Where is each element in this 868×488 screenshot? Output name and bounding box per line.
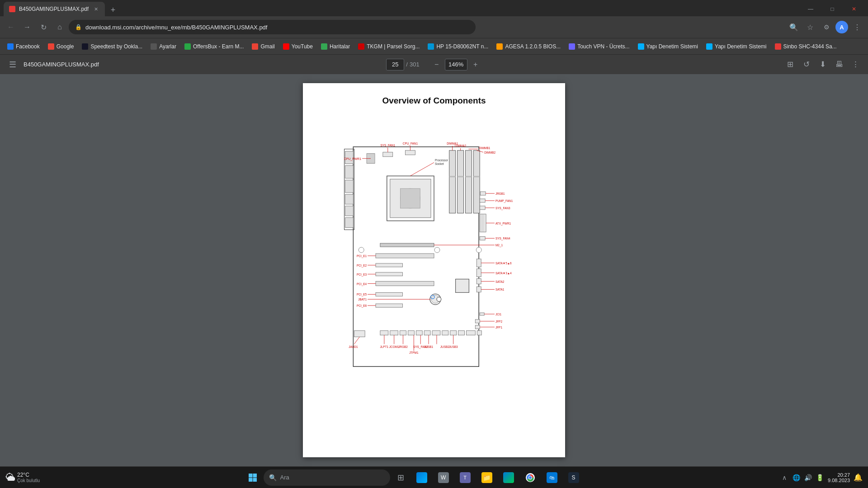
svg-text:JFP2: JFP2 — [495, 320, 502, 323]
refresh-button[interactable]: ↻ — [36, 20, 51, 34]
svg-text:PCI_E6: PCI_E6 — [357, 304, 367, 308]
taskbar-app-widget[interactable]: W — [434, 468, 453, 488]
new-tab-button[interactable]: + — [107, 4, 119, 16]
svg-rect-54 — [354, 331, 365, 337]
svg-rect-148 — [253, 474, 257, 478]
tray-arrow[interactable]: ∧ — [780, 473, 789, 482]
profile-button[interactable]: A — [835, 21, 848, 33]
taskbar-search[interactable]: 🔍 Ara — [264, 469, 390, 486]
bookmark-ookla[interactable]: Speedtest by Ookla... — [78, 41, 146, 52]
temperature: 22°C — [17, 472, 40, 478]
taskbar-app-store[interactable]: 🛍 — [542, 468, 562, 488]
close-button[interactable]: ✕ — [844, 2, 864, 16]
taskbar-app-edge[interactable] — [412, 468, 432, 488]
tray-network[interactable]: 🌐 — [792, 473, 801, 482]
svg-text:JCI1: JCI1 — [495, 313, 502, 316]
svg-rect-20 — [449, 150, 456, 213]
taskbar-app-explorer[interactable]: 📁 — [477, 468, 497, 488]
bookmark-agesa[interactable]: AGESA 1.2.0.5 BIOS... — [493, 41, 564, 52]
system-clock[interactable]: 20:27 9.08.2023 — [828, 472, 850, 483]
zoom-in-button[interactable]: + — [469, 58, 482, 71]
svg-text:CPU_FAN1: CPU_FAN1 — [403, 142, 418, 145]
svg-point-69 — [434, 247, 440, 253]
tray-volume[interactable]: 🔊 — [803, 473, 812, 482]
pdf-zoom-controls: − + — [430, 58, 482, 71]
svg-rect-47 — [476, 259, 481, 267]
taskbar-app-teams[interactable]: T — [455, 468, 475, 488]
zoom-out-button[interactable]: − — [430, 58, 443, 71]
pdf-menu-button[interactable]: ☰ — [5, 57, 20, 72]
rotate-button[interactable]: ↺ — [799, 57, 814, 72]
tray-battery[interactable]: 🔋 — [815, 473, 824, 482]
notification-button[interactable]: 🔔 — [854, 473, 863, 482]
bookmark-youtube[interactable]: YouTube — [279, 41, 316, 52]
motherboard-diagram: CPU_PWR1 SYS_FAN1 CPU_FAN1 Processor Soc… — [317, 112, 551, 406]
bookmark-sinbo[interactable]: Sinbo SHC-4344 Sa... — [771, 41, 840, 52]
download-button[interactable]: ⬇ — [816, 57, 830, 72]
svg-text:Processor: Processor — [435, 159, 448, 162]
svg-rect-21 — [458, 150, 464, 213]
fit-page-button[interactable]: ⊞ — [783, 57, 797, 72]
tab-close-button[interactable]: ✕ — [92, 5, 99, 13]
forward-button[interactable]: → — [20, 20, 34, 34]
bookmark-yds1[interactable]: Yapı Denetim Sistemi — [634, 41, 702, 52]
search-icon: 🔍 — [269, 474, 277, 481]
pdf-page-navigation: / 301 — [386, 59, 419, 70]
haritalar-favicon — [321, 43, 327, 50]
bookmark-google[interactable]: Google — [44, 41, 78, 52]
address-input[interactable]: 🔒 download.msi.com/archive/mnu_exe/mb/B4… — [69, 20, 476, 34]
bookmark-yds2[interactable]: Yapı Denetim Sistemi — [703, 41, 770, 52]
task-view-button[interactable]: ⊞ — [392, 469, 410, 487]
pdf-toolbar: ☰ B450GAMINGPLUSMAX.pdf / 301 − + ⊞ ↺ ⬇ … — [0, 54, 868, 74]
svg-rect-55 — [380, 331, 388, 335]
bookmark-yds2-label: Yapı Denetim Sistemi — [715, 43, 767, 50]
bookmark-haritalar[interactable]: Haritalar — [317, 41, 354, 52]
bookmark-gmail[interactable]: Gmail — [248, 41, 278, 52]
bookmark-facebook[interactable]: Facebook — [4, 41, 43, 52]
svg-rect-59 — [416, 331, 422, 335]
bookmark-gmail-label: Gmail — [260, 43, 274, 50]
svg-text:SATA1: SATA1 — [495, 288, 505, 291]
edge-icon — [416, 472, 427, 483]
bookmark-tkgm[interactable]: TKGM | Parsel Sorg... — [354, 41, 423, 52]
svg-rect-11 — [401, 188, 420, 208]
clock-time: 20:27 — [828, 472, 850, 478]
start-button[interactable] — [244, 469, 262, 487]
pdf-zoom-input[interactable] — [445, 59, 467, 70]
minimize-button[interactable]: — — [800, 2, 821, 16]
search-button[interactable]: 🔍 — [787, 20, 801, 34]
svg-rect-33 — [480, 199, 485, 202]
pdf-more-button[interactable]: ⋮ — [848, 57, 863, 72]
home-button[interactable]: ⌂ — [52, 20, 67, 34]
pdf-page-total: 301 — [410, 61, 420, 68]
diagram-container: CPU_PWR1 SYS_FAN1 CPU_FAN1 Processor Soc… — [317, 112, 551, 406]
sinbo-favicon — [775, 43, 781, 50]
bookmark-ayarlar[interactable]: Ayarlar — [147, 41, 180, 52]
taskbar-left: 🌥 22°C Çok bulutlu — [5, 472, 47, 483]
active-tab[interactable]: B450GAMINGPLUSMAX.pdf ✕ — [4, 2, 105, 16]
more-button[interactable]: ⋮ — [850, 20, 864, 34]
bookmark-hp[interactable]: HP 15-D80062NT n... — [424, 41, 492, 52]
tab-favicon — [9, 6, 15, 12]
taskbar-app-edge2[interactable] — [499, 468, 519, 488]
svg-text:JRGB1: JRGB1 — [495, 192, 505, 195]
svg-point-70 — [476, 247, 481, 253]
bookmark-tkgm-label: TKGM | Parsel Sorg... — [367, 43, 420, 50]
print-button[interactable]: 🖶 — [832, 57, 846, 72]
taskbar-app-chrome[interactable] — [520, 468, 540, 488]
back-button[interactable]: ← — [4, 20, 18, 34]
maximize-button[interactable]: □ — [822, 2, 843, 16]
taskbar-app-steam[interactable]: S — [564, 468, 584, 488]
bookmark-offersbux[interactable]: OffersBux - Earn M... — [181, 41, 247, 52]
page-title: Overview of Components — [317, 96, 551, 106]
pdf-page-input[interactable] — [386, 59, 404, 70]
bookmark-touchvpn[interactable]: Touch VPN - Ücrets... — [565, 41, 633, 52]
system-tray-icons: ∧ 🌐 🔊 🔋 — [780, 473, 824, 482]
bookmark-agesa-label: AGESA 1.2.0.5 BIOS... — [505, 43, 561, 50]
extension-button[interactable]: ⚙ — [819, 20, 834, 34]
svg-rect-39 — [376, 272, 403, 276]
svg-text:DIMMB2: DIMMB2 — [484, 151, 495, 154]
svg-text:DIMMB1: DIMMB1 — [479, 146, 490, 150]
bookmark-button[interactable]: ☆ — [803, 20, 817, 34]
svg-text:SATA2: SATA2 — [495, 280, 505, 283]
